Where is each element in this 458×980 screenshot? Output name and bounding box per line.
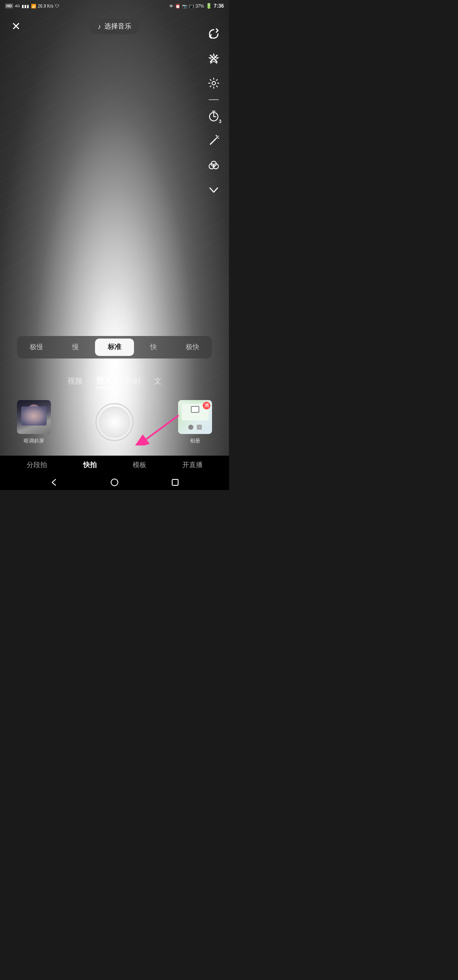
svg-line-9 (215, 137, 217, 139)
alarm-icon: ⏰ (175, 4, 180, 8)
settings-button[interactable] (205, 75, 222, 92)
wifi-icon: 📶 (31, 4, 36, 8)
arrow-indicator (123, 412, 182, 445)
divider (209, 99, 219, 100)
status-bar: HD 4G ▮▮▮ 📶 26.9 K/s 🛡 👁 ⏰ 📷 📳 37% 🔋 7:3… (0, 0, 229, 12)
speed-item-slow[interactable]: 慢 (56, 339, 95, 356)
battery-percent: 37% (195, 4, 204, 8)
magic-button[interactable] (205, 132, 222, 149)
nav-item-segmented[interactable]: 分段拍 (27, 459, 47, 471)
speed-item-very-fast[interactable]: 极快 (173, 339, 212, 356)
speed-selector: 极慢 慢 标准 快 极快 (17, 336, 212, 358)
svg-line-19 (146, 416, 178, 439)
nav-item-livestream[interactable]: 开直播 (182, 459, 203, 471)
mode-tab-text[interactable]: 文 (154, 374, 162, 388)
eye-icon: 👁 (169, 4, 173, 8)
signal-4g: 4G (15, 4, 20, 8)
signal-bars: ▮▮▮ (22, 4, 29, 8)
gallery-label: 暗调斜屏 (24, 437, 44, 445)
nav-item-quick[interactable]: 快拍 (83, 459, 97, 471)
album-image: 消 (178, 400, 212, 434)
bottom-nav: 分段拍 快拍 模板 开直播 (0, 456, 229, 475)
top-overlay: ✕ ♪ 选择音乐 (0, 12, 229, 41)
music-icon: ♪ (98, 23, 101, 31)
android-nav-bar (0, 475, 229, 490)
music-selector[interactable]: ♪ 选择音乐 (89, 19, 140, 34)
speed-item-fast[interactable]: 快 (134, 339, 173, 356)
gallery-thumbnail[interactable] (17, 400, 51, 434)
vibrate-icon: 📳 (189, 4, 194, 8)
network-speed: 26.9 K/s (38, 4, 53, 8)
svg-point-20 (111, 479, 118, 486)
status-right: 👁 ⏰ 📷 📳 37% 🔋 7:36 (169, 3, 224, 9)
album-thumbnail[interactable]: 消 (178, 400, 212, 434)
timer-button[interactable]: 3 (205, 108, 222, 125)
close-icon: ✕ (11, 20, 21, 33)
timer-number: 3 (219, 119, 221, 124)
flip-camera-button[interactable] (205, 25, 222, 42)
mode-tab-moment[interactable]: 时刻 (125, 374, 140, 388)
status-left: HD 4G ▮▮▮ 📶 26.9 K/s 🛡 (5, 3, 59, 8)
close-button[interactable]: ✕ (8, 19, 24, 34)
right-controls: 3 (205, 25, 222, 199)
nav-item-template[interactable]: 模板 (133, 459, 146, 471)
speed-item-standard[interactable]: 标准 (95, 339, 134, 356)
svg-rect-21 (172, 479, 178, 485)
mode-tabs: 视频 照片 时刻 文 (0, 374, 229, 388)
album-container: 消 相册 (178, 400, 212, 445)
vpn-icon: 🛡 (55, 4, 59, 8)
camera-controls: 暗调斜屏 消 相册 (0, 388, 229, 456)
battery-icon: 🔋 (206, 3, 212, 9)
svg-line-8 (210, 139, 215, 144)
album-label: 相册 (190, 437, 200, 445)
recents-button[interactable] (169, 478, 182, 487)
gallery-container: 暗调斜屏 (17, 400, 51, 445)
flash-button[interactable] (205, 50, 222, 67)
music-label: 选择音乐 (104, 22, 131, 31)
camera-indicator: 📷 (182, 4, 187, 8)
home-button[interactable] (108, 478, 121, 487)
back-button[interactable] (48, 478, 61, 487)
beauty-button[interactable] (205, 157, 222, 174)
speed-item-very-slow[interactable]: 极慢 (17, 339, 56, 356)
gallery-image (17, 400, 51, 434)
clock: 7:36 (214, 3, 224, 9)
svg-point-3 (212, 81, 215, 85)
more-button[interactable] (205, 182, 222, 199)
hd-badge: HD (5, 3, 13, 8)
mode-tab-video[interactable]: 视频 (67, 374, 83, 388)
mode-tab-photo[interactable]: 照片 (96, 374, 112, 388)
